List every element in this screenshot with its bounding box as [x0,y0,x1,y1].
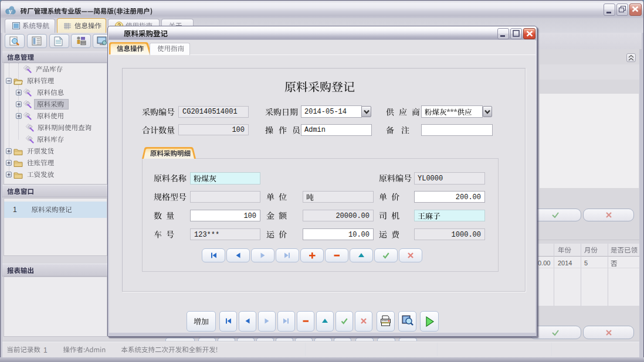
svg-text:y: y [8,7,12,15]
